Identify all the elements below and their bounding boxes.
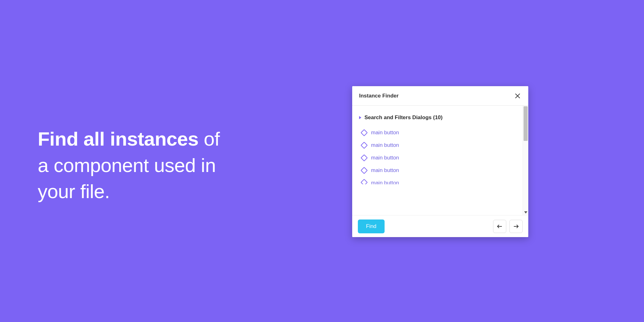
panel-header: Instance Finder: [352, 86, 528, 106]
instance-icon: [361, 129, 368, 136]
svg-marker-2: [524, 211, 527, 214]
instance-icon: [361, 179, 368, 184]
instance-icon: [361, 142, 368, 149]
group-header[interactable]: Search and Filters Dialogs (10): [358, 114, 516, 121]
hero-line3: your file.: [38, 180, 110, 202]
arrow-right-icon: [513, 224, 519, 229]
results-list: Search and Filters Dialogs (10) main but…: [352, 106, 523, 215]
panel-footer: Find: [352, 215, 528, 237]
instance-icon: [361, 154, 368, 162]
instance-row[interactable]: main button: [358, 164, 516, 177]
instance-row[interactable]: main button: [358, 177, 516, 184]
instance-finder-panel: Instance Finder Search and Filters Dialo…: [352, 86, 528, 237]
find-button[interactable]: Find: [358, 219, 385, 233]
hero-line2: a component used in: [38, 154, 216, 176]
scrollbar-thumb[interactable]: [524, 106, 528, 141]
hero-headline: Find all instances of a component used i…: [38, 126, 220, 205]
instance-label: main button: [371, 167, 399, 174]
instance-label: main button: [371, 142, 399, 148]
group-label: Search and Filters Dialogs (10): [364, 114, 442, 121]
instance-row[interactable]: main button: [358, 139, 516, 152]
close-button[interactable]: [514, 92, 521, 100]
instance-label: main button: [371, 180, 399, 184]
instance-label: main button: [371, 130, 399, 136]
scroll-down-arrow-icon[interactable]: [523, 209, 528, 215]
arrow-left-icon: [497, 224, 502, 229]
chevron-right-icon: [359, 116, 361, 119]
instance-row[interactable]: main button: [358, 126, 516, 139]
close-icon: [515, 93, 520, 99]
nav-group: [493, 220, 523, 233]
hero-bold: Find all instances: [38, 128, 198, 150]
next-button[interactable]: [509, 220, 523, 233]
panel-body: Search and Filters Dialogs (10) main but…: [352, 106, 528, 215]
instance-icon: [361, 167, 368, 174]
panel-title: Instance Finder: [359, 93, 399, 99]
instance-row[interactable]: main button: [358, 152, 516, 164]
instance-label: main button: [371, 155, 399, 161]
hero-rest1: of: [198, 128, 219, 150]
prev-button[interactable]: [493, 220, 506, 233]
scrollbar[interactable]: [523, 106, 528, 215]
